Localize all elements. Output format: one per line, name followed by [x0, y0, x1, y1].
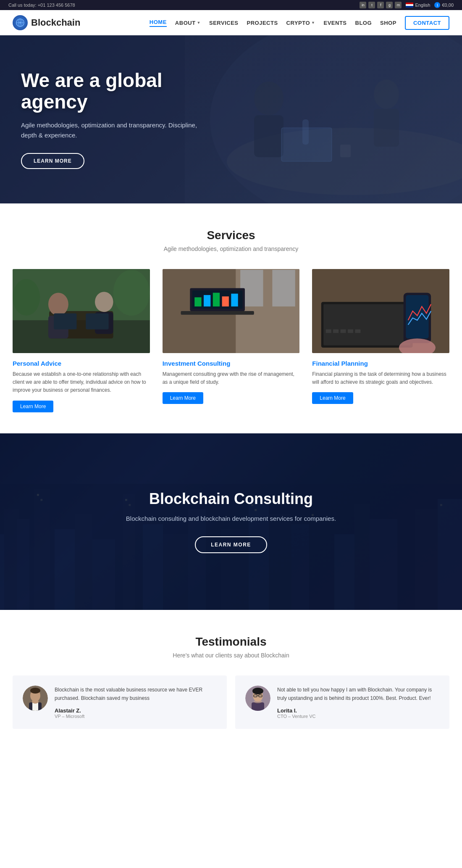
service-learn-more-1[interactable]: Learn More — [13, 401, 53, 412]
svg-rect-42 — [348, 330, 353, 333]
hero-content: We are a global agency Agile methodologi… — [0, 70, 218, 169]
testimonial-2: Not able to tell you how happy I am with… — [235, 675, 449, 729]
nav-crypto[interactable]: CRYPTO ▼ — [286, 20, 315, 26]
svg-rect-39 — [326, 330, 331, 333]
services-subtitle: Agile methodologies, optimization and tr… — [13, 245, 449, 252]
cart-price: €0,00 — [442, 3, 454, 8]
svg-rect-41 — [341, 330, 346, 333]
nav-about[interactable]: ABOUT ▼ — [175, 20, 201, 26]
facebook-icon[interactable]: f — [377, 2, 384, 8]
top-bar-right: in t f g m English 1 €0,00 — [360, 2, 454, 8]
hero-learn-more-button[interactable]: LEARN MORE — [21, 153, 84, 169]
svg-rect-20 — [54, 313, 76, 329]
consulting-learn-more-button[interactable]: LEARN MORE — [195, 536, 267, 553]
svg-rect-31 — [194, 297, 201, 306]
svg-point-93 — [32, 699, 39, 704]
svg-point-97 — [252, 688, 263, 694]
contact-button[interactable]: CONTACT — [405, 16, 449, 30]
testimonial-text-2: Not able to tell you how happy I am with… — [277, 686, 439, 703]
services-title: Services — [13, 229, 449, 242]
service-text-1: Because we establish a one-to-one relati… — [13, 370, 150, 395]
cart-badge: 1 — [434, 2, 440, 8]
nav-blog[interactable]: BLOG — [355, 20, 372, 26]
language-label: English — [415, 3, 430, 8]
service-learn-more-2[interactable]: Learn More — [163, 392, 203, 404]
services-grid: Personal Advice Because we establish a o… — [13, 269, 449, 412]
table-visual — [185, 35, 462, 203]
svg-point-23 — [13, 279, 40, 316]
svg-rect-11 — [340, 145, 351, 157]
logo-text: Blockchain — [31, 17, 80, 28]
service-text-2: Management consulting grew with the rise… — [163, 370, 300, 386]
testimonials-title: Testimonials — [13, 635, 449, 649]
service-image-1 — [13, 269, 150, 353]
testimonials-subtitle: Here's what our clients say about Blockc… — [13, 652, 449, 659]
nav-home[interactable]: HOME — [150, 19, 167, 27]
header: Blockchain HOME ABOUT ▼ SERVICES PROJECT… — [0, 10, 462, 35]
hero-visual — [185, 35, 462, 203]
testimonials-grid: Blockchain is the most valuable business… — [13, 675, 449, 729]
services-section: Services Agile methodologies, optimizati… — [0, 203, 462, 433]
consulting-content: Blockchain Consulting Blockchain consult… — [118, 482, 344, 562]
avatar-2 — [245, 686, 270, 711]
testimonial-1: Blockchain is the most valuable business… — [13, 675, 227, 729]
svg-rect-28 — [181, 311, 254, 315]
nav-services[interactable]: SERVICES — [209, 20, 239, 26]
chevron-down-icon-2: ▼ — [311, 21, 315, 25]
logo[interactable]: Blockchain — [13, 15, 80, 30]
service-card-3: Financial Planning Financial planning is… — [312, 269, 449, 412]
service-title-2: Investment Consulting — [163, 360, 300, 367]
svg-point-18 — [95, 292, 113, 312]
testimonial-content-2: Not able to tell you how happy I am with… — [277, 686, 439, 719]
svg-rect-45 — [406, 295, 429, 338]
testimonial-name-2: Lorita I. — [277, 707, 439, 714]
hero-subtitle: Agile methodologies, optimization and tr… — [21, 120, 197, 140]
google-icon[interactable]: g — [386, 2, 393, 8]
svg-rect-12 — [302, 119, 309, 145]
svg-rect-43 — [355, 330, 361, 333]
svg-rect-7 — [254, 115, 284, 157]
flag-icon — [406, 3, 413, 8]
consulting-subtitle: Blockchain consulting and blockchain dev… — [126, 514, 336, 524]
svg-point-16 — [48, 293, 68, 315]
svg-rect-35 — [231, 294, 238, 306]
service-image-3 — [312, 269, 449, 353]
consulting-title: Blockchain Consulting — [126, 490, 336, 508]
svg-rect-40 — [333, 330, 339, 333]
testimonial-role-1: VP – Microsoft — [55, 714, 217, 719]
nav-shop[interactable]: SHOP — [380, 20, 396, 26]
svg-rect-34 — [222, 296, 228, 306]
testimonials-section: Testimonials Here's what our clients say… — [0, 610, 462, 750]
svg-rect-33 — [213, 293, 219, 306]
service-learn-more-3[interactable]: Learn More — [312, 392, 353, 404]
twitter-icon[interactable]: t — [368, 2, 375, 8]
svg-point-22 — [113, 270, 150, 316]
svg-point-6 — [254, 82, 284, 115]
mail-icon[interactable]: m — [395, 2, 402, 8]
main-nav: HOME ABOUT ▼ SERVICES PROJECTS CRYPTO ▼ … — [150, 16, 449, 30]
service-card-2: Investment Consulting Management consult… — [163, 269, 300, 412]
svg-point-92 — [30, 688, 40, 694]
chevron-down-icon: ▼ — [197, 21, 201, 25]
top-bar: Call us today: +01 123 456 5678 in t f g… — [0, 0, 462, 10]
phone-label: Call us today: +01 123 456 5678 — [8, 3, 75, 8]
svg-point-8 — [374, 79, 399, 109]
svg-rect-38 — [324, 304, 411, 346]
hero-section: We are a global agency Agile methodologi… — [0, 35, 462, 203]
consulting-banner: Blockchain Consulting Blockchain consult… — [0, 433, 462, 610]
svg-rect-95 — [252, 702, 264, 711]
nav-events[interactable]: EVENTS — [323, 20, 346, 26]
service-text-3: Financial planning is the task of determ… — [312, 370, 449, 386]
social-icons: in t f g m — [360, 2, 402, 8]
svg-rect-9 — [374, 109, 399, 147]
svg-rect-32 — [204, 295, 210, 306]
svg-rect-21 — [86, 313, 108, 329]
svg-point-101 — [254, 700, 262, 703]
language-selector[interactable]: English — [406, 3, 430, 8]
linkedin-icon[interactable]: in — [360, 2, 366, 8]
nav-projects[interactable]: PROJECTS — [247, 20, 278, 26]
cart-area[interactable]: 1 €0,00 — [434, 2, 454, 8]
testimonial-role-2: CTO – Venture VC — [277, 714, 439, 719]
svg-point-4 — [19, 22, 21, 24]
service-title-1: Personal Advice — [13, 360, 150, 367]
